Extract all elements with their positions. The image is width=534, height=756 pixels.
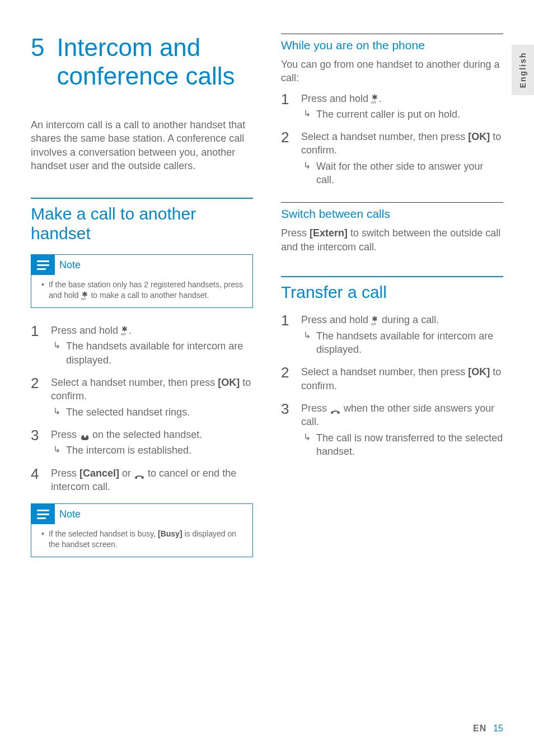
talk-key-icon bbox=[79, 431, 90, 439]
note-label: Note bbox=[59, 259, 81, 271]
language-tab-label: English bbox=[518, 52, 527, 88]
step-3: 3 Press on the selected handset. ↳ The i… bbox=[31, 428, 253, 458]
intro-paragraph: An intercom call is a call to another ha… bbox=[31, 118, 253, 172]
steps-while-on-phone: 1 Press and hold . ↳ The current caller … bbox=[281, 92, 503, 187]
step-number: 2 bbox=[281, 365, 292, 393]
step-number: 1 bbox=[281, 92, 292, 122]
footer-page-number: 15 bbox=[493, 724, 503, 733]
result-arrow-icon: ↳ bbox=[303, 108, 311, 121]
result-text: Wait for the other side to answer your c… bbox=[316, 160, 503, 187]
switch-calls-para: Press [Extern] to switch between the out… bbox=[281, 226, 503, 254]
step-number: 4 bbox=[31, 466, 42, 494]
step-1: 1 Press and hold . ↳ The handsets availa… bbox=[31, 324, 253, 367]
note-label: Note bbox=[59, 508, 81, 520]
subsection-switch-calls-heading: Switch between calls bbox=[281, 202, 503, 221]
int-key-icon bbox=[371, 316, 379, 325]
step-number: 1 bbox=[281, 313, 292, 356]
end-call-icon bbox=[330, 405, 341, 412]
int-key-icon bbox=[121, 326, 129, 335]
footer-language: EN bbox=[473, 724, 486, 733]
subsection-while-on-phone-heading: While you are on the phone bbox=[281, 34, 503, 52]
step-1: 1 Press and hold . ↳ The current caller … bbox=[281, 92, 503, 122]
int-key-icon bbox=[81, 292, 89, 301]
step-2: 2 Select a handset number, then press [O… bbox=[281, 130, 503, 186]
chapter-heading: Intercom and conference calls bbox=[57, 34, 253, 90]
step-number: 2 bbox=[31, 376, 42, 419]
while-on-phone-para: You can go from one handset to another d… bbox=[281, 58, 503, 85]
note-header: Note bbox=[31, 504, 252, 524]
result-text: The handsets available for intercom are … bbox=[66, 339, 253, 367]
note-body: • If the base station only has 2 registe… bbox=[31, 275, 252, 307]
result-text: The selected handset rings. bbox=[66, 405, 190, 419]
step-4: 4 Press [Cancel] or to cancel or end the… bbox=[31, 466, 253, 494]
step-number: 2 bbox=[281, 130, 292, 186]
result-arrow-icon: ↳ bbox=[53, 339, 60, 367]
step-number: 1 bbox=[31, 324, 42, 367]
note-icon bbox=[31, 255, 55, 275]
step-1: 1 Press and hold during a call. ↳ The ha… bbox=[281, 313, 503, 356]
note-text: If the selected handset is busy, [Busy] … bbox=[49, 529, 246, 550]
result-arrow-icon: ↳ bbox=[53, 444, 60, 457]
step-2: 2 Select a handset number, then press [O… bbox=[31, 376, 253, 419]
bullet-dot: • bbox=[41, 279, 44, 301]
result-text: The handsets available for intercom are … bbox=[316, 329, 503, 357]
note-header: Note bbox=[31, 255, 252, 275]
chapter-title: 5 Intercom and conference calls bbox=[31, 34, 253, 90]
step-3: 3 Press when the other side answers your… bbox=[281, 402, 503, 458]
note-text: If the base station only has 2 registere… bbox=[49, 279, 246, 301]
step-2: 2 Select a handset number, then press [O… bbox=[281, 365, 503, 393]
right-column: While you are on the phone You can go fr… bbox=[281, 34, 503, 573]
result-text: The call is now transferred to the selec… bbox=[316, 431, 503, 459]
end-call-icon bbox=[134, 470, 145, 477]
int-key-icon bbox=[371, 95, 379, 104]
section-transfer-call-heading: Transfer a call bbox=[281, 276, 503, 302]
note-box-1: Note • If the base station only has 2 re… bbox=[31, 254, 253, 308]
step-number: 3 bbox=[31, 428, 42, 458]
result-arrow-icon: ↳ bbox=[303, 431, 311, 459]
page-footer: EN15 bbox=[473, 724, 503, 734]
result-arrow-icon: ↳ bbox=[303, 160, 311, 187]
note-body: • If the selected handset is busy, [Busy… bbox=[31, 524, 252, 557]
result-text: The intercom is established. bbox=[66, 444, 191, 457]
left-column: 5 Intercom and conference calls An inter… bbox=[31, 34, 253, 573]
bullet-dot: • bbox=[41, 529, 44, 550]
steps-make-call: 1 Press and hold . ↳ The handsets availa… bbox=[31, 324, 253, 493]
language-tab: English bbox=[512, 45, 534, 95]
result-arrow-icon: ↳ bbox=[53, 405, 60, 419]
steps-transfer-call: 1 Press and hold during a call. ↳ The ha… bbox=[281, 313, 503, 458]
result-text: The current caller is put on hold. bbox=[316, 108, 460, 121]
result-arrow-icon: ↳ bbox=[303, 329, 311, 357]
chapter-number: 5 bbox=[31, 34, 44, 90]
page-content: 5 Intercom and conference calls An inter… bbox=[31, 34, 503, 573]
step-number: 3 bbox=[281, 402, 292, 458]
note-box-2: Note • If the selected handset is busy, … bbox=[31, 503, 253, 557]
note-icon bbox=[31, 504, 55, 524]
section-make-call-heading: Make a call to another handset bbox=[31, 198, 253, 243]
